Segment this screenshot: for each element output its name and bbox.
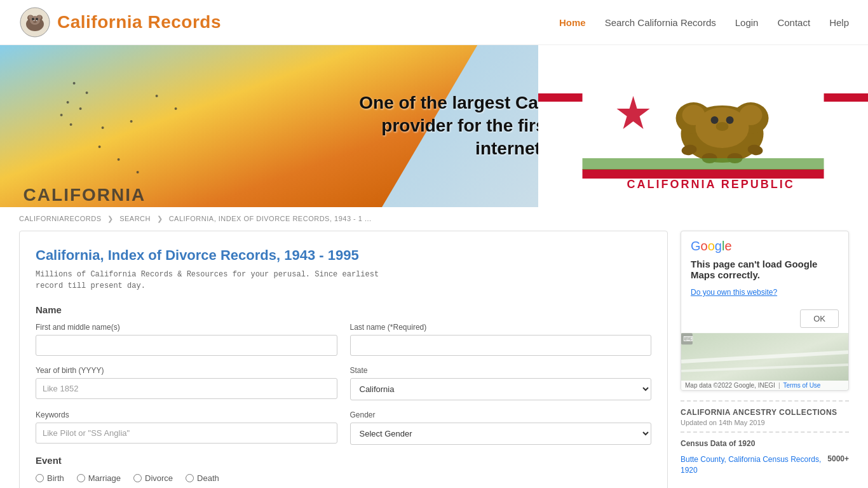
birth-state-row: Year of birth (YYYY) State California Al… — [36, 366, 651, 400]
last-name-input[interactable] — [350, 335, 652, 356]
breadcrumb-sep1: ❯ — [107, 215, 114, 222]
main-layout: California, Index of Divorce Records, 19… — [0, 231, 868, 488]
breadcrumb-search[interactable]: SEARCH — [119, 215, 151, 222]
svg-point-16 — [60, 114, 63, 116]
event-divorce-label[interactable]: Divorce — [133, 473, 173, 483]
svg-point-36 — [715, 122, 728, 131]
breadcrumb-home[interactable]: CALIFORNIARECORDS — [19, 215, 102, 222]
breadcrumb-current: CALIFORNIA, INDEX OF DIVORCE RECORDS, 19… — [169, 215, 372, 222]
maps-error-header: Google — [681, 231, 848, 254]
svg-rect-43 — [582, 158, 824, 170]
nav-contact[interactable]: Contact — [777, 17, 810, 28]
last-name-group: Last name (*Required) — [350, 323, 652, 356]
breadcrumb: CALIFORNIARECORDS ❯ SEARCH ❯ CALIFORNIA,… — [0, 207, 868, 231]
last-name-label: Last name (*Required) — [350, 323, 652, 332]
event-marriage-radio[interactable] — [77, 474, 85, 482]
logo-area: California Records — [19, 6, 221, 38]
event-section-label: Event — [36, 455, 651, 466]
maps-thumbnail: ⌨ Map data ©2022 Google, INEGI | Terms o… — [681, 333, 848, 390]
maps-bar: Map data ©2022 Google, INEGI | Terms of … — [681, 381, 848, 390]
breadcrumb-sep2: ❯ — [157, 215, 163, 222]
svg-point-7 — [32, 18, 34, 20]
ancestry-subtitle: Updated on 14th May 2019 — [681, 419, 849, 426]
svg-point-18 — [102, 126, 104, 129]
svg-point-8 — [36, 18, 38, 20]
ancestry-record-link[interactable]: Butte County, California Census Records,… — [681, 454, 822, 476]
name-section: Name First and middle name(s) Last name … — [36, 304, 651, 445]
event-section: Event Birth Marriage Divorce Death — [36, 455, 651, 483]
maps-error-link[interactable]: Do you own this website? — [681, 288, 848, 297]
maps-terms-text[interactable]: Terms of Use — [783, 382, 821, 389]
svg-point-34 — [710, 116, 718, 124]
maps-ok-button[interactable]: OK — [800, 309, 839, 328]
svg-rect-27 — [582, 169, 824, 179]
svg-point-11 — [36, 20, 37, 22]
nav-help[interactable]: Help — [829, 17, 849, 28]
map-overlay: CALIFORNIA — [0, 45, 262, 207]
nav-login[interactable]: Login — [735, 17, 759, 28]
name-section-label: Name — [36, 304, 651, 315]
keywords-group: Keywords — [36, 410, 337, 445]
name-row: First and middle name(s) Last name (*Req… — [36, 323, 651, 356]
form-panel: California, Index of Divorce Records, 19… — [19, 231, 668, 488]
maps-error-buttons: OK — [681, 304, 848, 333]
nav-home[interactable]: Home — [559, 17, 586, 28]
maps-data-text: Map data ©2022 Google, INEGI — [685, 382, 775, 389]
svg-point-15 — [79, 107, 82, 110]
form-title: California, Index of Divorce Records, 19… — [36, 247, 651, 264]
event-marriage-text: Marriage — [88, 473, 121, 483]
svg-text:⌨: ⌨ — [683, 335, 693, 342]
keywords-gender-row: Keywords Gender Select Gender Male Femal… — [36, 410, 651, 445]
birth-year-input[interactable] — [36, 378, 337, 399]
state-label: State — [350, 366, 652, 375]
gender-label: Gender — [350, 410, 652, 419]
svg-point-20 — [156, 95, 158, 97]
event-marriage-label[interactable]: Marriage — [77, 473, 121, 483]
svg-point-19 — [130, 120, 133, 123]
svg-point-23 — [118, 158, 120, 161]
svg-point-10 — [34, 20, 35, 22]
event-birth-text: Birth — [47, 473, 64, 483]
site-title: California Records — [57, 12, 221, 32]
gender-select[interactable]: Select Gender Male Female — [350, 423, 652, 445]
event-radio-row: Birth Marriage Divorce Death — [36, 473, 651, 483]
keywords-label: Keywords — [36, 410, 337, 419]
gender-group: Gender Select Gender Male Female — [350, 410, 652, 445]
svg-point-21 — [175, 107, 177, 110]
event-divorce-radio[interactable] — [133, 474, 142, 482]
first-name-label: First and middle name(s) — [36, 323, 337, 332]
svg-text:CALIFORNIA  REPUBLIC: CALIFORNIA REPUBLIC — [627, 178, 794, 191]
google-logo: Google — [691, 239, 839, 254]
event-death-text: Death — [197, 473, 219, 483]
first-name-input[interactable] — [36, 335, 337, 356]
state-group: State California Alabama Alaska Arizona … — [350, 366, 652, 400]
maps-error-dialog: Google This page can't load Google Maps … — [681, 231, 849, 391]
event-birth-radio[interactable] — [36, 474, 44, 482]
event-divorce-text: Divorce — [145, 473, 173, 483]
birth-year-label: Year of birth (YYYY) — [36, 366, 337, 375]
ancestry-divider — [681, 431, 849, 433]
event-death-label[interactable]: Death — [186, 473, 219, 483]
header: California Records Home Search Californi… — [0, 0, 868, 45]
hero-banner: CALIFORNIA One of the largest California… — [0, 45, 868, 207]
ancestry-title: CALIFORNIA ANCESTRY COLLECTIONS — [681, 408, 849, 417]
first-name-group: First and middle name(s) — [36, 323, 337, 356]
svg-point-17 — [70, 123, 72, 126]
nav-search[interactable]: Search California Records — [605, 17, 716, 28]
svg-point-13 — [86, 92, 88, 94]
ancestry-record-count: 5000+ — [827, 454, 849, 463]
birth-year-group: Year of birth (YYYY) — [36, 366, 337, 400]
event-birth-label[interactable]: Birth — [36, 473, 64, 483]
svg-point-12 — [73, 82, 76, 85]
form-subtitle: Millions of California Records & Resourc… — [36, 269, 651, 292]
main-nav: Home Search California Records Login Con… — [559, 17, 849, 28]
svg-point-14 — [67, 101, 69, 104]
svg-point-24 — [137, 171, 139, 173]
state-select[interactable]: California Alabama Alaska Arizona Arkans… — [350, 378, 652, 400]
ancestry-list-item: Butte County, California Census Records,… — [681, 451, 849, 480]
sidebar: Google This page can't load Google Maps … — [681, 231, 849, 488]
event-death-radio[interactable] — [186, 474, 194, 482]
ancestry-section: CALIFORNIA ANCESTRY COLLECTIONS Updated … — [681, 400, 849, 480]
bear-logo-icon — [19, 6, 51, 38]
keywords-input[interactable] — [36, 423, 337, 444]
